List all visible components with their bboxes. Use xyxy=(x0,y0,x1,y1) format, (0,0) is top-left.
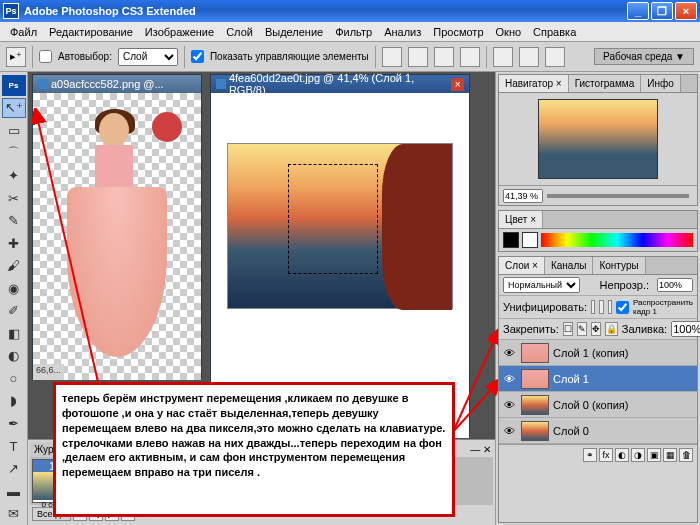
fg-swatch[interactable] xyxy=(503,232,519,248)
auto-select-label: Автовыбор: xyxy=(58,51,112,62)
nav-thumbnail[interactable] xyxy=(538,99,658,179)
eye-icon[interactable]: 👁 xyxy=(501,345,517,361)
mask-icon[interactable]: ◐ xyxy=(615,448,629,462)
wand-tool[interactable]: ✦ xyxy=(2,165,26,186)
layers-panel: Слои × Каналы Контуры Нормальный Непрозр… xyxy=(498,256,698,523)
eraser-tool[interactable]: ◧ xyxy=(2,323,26,344)
shape-tool[interactable]: ▬ xyxy=(2,481,26,502)
notes-tool[interactable]: ✉ xyxy=(2,503,26,524)
lasso-tool[interactable]: ⌒ xyxy=(2,143,26,164)
type-tool[interactable]: T xyxy=(2,436,26,457)
unify-icon[interactable] xyxy=(599,300,603,314)
minimize-button[interactable]: _ xyxy=(627,2,649,20)
doc-icon xyxy=(38,79,48,89)
layer-item[interactable]: 👁Слой 1 (копия) xyxy=(499,340,697,366)
tab-histogram[interactable]: Гистограмма xyxy=(569,75,642,92)
adjust-icon[interactable]: ◑ xyxy=(631,448,645,462)
distribute-icon[interactable] xyxy=(545,47,565,67)
crop-tool[interactable]: ✂ xyxy=(2,188,26,209)
tab-layers[interactable]: Слои × xyxy=(499,257,545,274)
bg-swatch[interactable] xyxy=(522,232,538,248)
fill-input[interactable] xyxy=(671,321,700,337)
doc2-close-icon[interactable]: × xyxy=(451,78,464,91)
zoom-input[interactable] xyxy=(503,189,543,203)
menu-analysis[interactable]: Анализ xyxy=(378,24,427,40)
lock-pos-icon[interactable]: ✥ xyxy=(591,322,601,336)
layer-item[interactable]: 👁Слой 1 xyxy=(499,366,697,392)
propagate-checkbox[interactable] xyxy=(616,301,629,314)
menu-edit[interactable]: Редактирование xyxy=(43,24,139,40)
doc1-titlebar[interactable]: a09acfccc582.png @... xyxy=(33,75,201,93)
distribute-icon[interactable] xyxy=(519,47,539,67)
pen-tool[interactable]: ✒ xyxy=(2,413,26,434)
fx-icon[interactable]: fx xyxy=(599,448,613,462)
group-icon[interactable]: ▣ xyxy=(647,448,661,462)
eye-icon[interactable]: 👁 xyxy=(501,397,517,413)
heal-tool[interactable]: ✚ xyxy=(2,233,26,254)
layer-item[interactable]: 👁Слой 0 xyxy=(499,418,697,444)
panels: Навигатор × Гистограмма Инфо Цвет × Слои… xyxy=(495,72,700,525)
distribute-icon[interactable] xyxy=(493,47,513,67)
color-ramp[interactable] xyxy=(541,233,693,247)
auto-select-checkbox[interactable] xyxy=(39,50,52,63)
show-controls-checkbox[interactable] xyxy=(191,50,204,63)
history-tool[interactable]: ✐ xyxy=(2,300,26,321)
lock-all-icon[interactable]: 🔒 xyxy=(605,322,618,336)
menu-file[interactable]: Файл xyxy=(4,24,43,40)
gradient-tool[interactable]: ◐ xyxy=(2,346,26,367)
layer-thumb xyxy=(521,369,549,389)
lock-pixel-icon[interactable]: ✎ xyxy=(577,322,587,336)
menu-window[interactable]: Окно xyxy=(490,24,528,40)
path-tool[interactable]: ↗ xyxy=(2,458,26,479)
eye-icon[interactable]: 👁 xyxy=(501,371,517,387)
align-icon[interactable] xyxy=(434,47,454,67)
stamp-tool[interactable]: ◉ xyxy=(2,278,26,299)
opacity-label: Непрозр.: xyxy=(600,279,649,291)
tab-info[interactable]: Инфо xyxy=(641,75,681,92)
tab-color[interactable]: Цвет × xyxy=(499,211,543,228)
trash-icon[interactable]: 🗑 xyxy=(679,448,693,462)
slice-tool[interactable]: ✎ xyxy=(2,210,26,231)
document-1[interactable]: a09acfccc582.png @... 66,6... xyxy=(32,74,202,379)
transform-bounds[interactable] xyxy=(288,164,378,274)
maximize-button[interactable]: ❐ xyxy=(651,2,673,20)
doc2-titlebar[interactable]: 4fea60dd2ae0t.jpg @ 41,4% (Слой 1, RGB/8… xyxy=(211,75,469,93)
tab-channels[interactable]: Каналы xyxy=(545,257,594,274)
opacity-input[interactable] xyxy=(657,278,693,292)
blur-tool[interactable]: ○ xyxy=(2,368,26,389)
close-button[interactable]: × xyxy=(675,2,697,20)
blend-mode[interactable]: Нормальный xyxy=(503,277,580,293)
eye-icon[interactable]: 👁 xyxy=(501,423,517,439)
color-panel: Цвет × xyxy=(498,210,698,252)
tool-preset-icon[interactable]: ▸⁺ xyxy=(6,47,26,67)
doc1-title: a09acfccc582.png @... xyxy=(51,78,164,90)
menu-view[interactable]: Просмотр xyxy=(427,24,489,40)
tab-paths[interactable]: Контуры xyxy=(593,257,645,274)
move-tool[interactable]: ↖⁺ xyxy=(2,98,26,119)
link-icon[interactable]: ⚭ xyxy=(583,448,597,462)
align-icon[interactable] xyxy=(382,47,402,67)
layer-item[interactable]: 👁Слой 0 (копия) xyxy=(499,392,697,418)
new-layer-icon[interactable]: ▦ xyxy=(663,448,677,462)
dodge-tool[interactable]: ◗ xyxy=(2,391,26,412)
doc1-canvas[interactable]: 66,6... xyxy=(33,93,201,380)
menu-image[interactable]: Изображение xyxy=(139,24,220,40)
menu-filter[interactable]: Фильтр xyxy=(329,24,378,40)
girl-image xyxy=(57,107,177,367)
lock-trans-icon[interactable]: ☐ xyxy=(563,322,573,336)
layer-thumb xyxy=(521,343,549,363)
align-icon[interactable] xyxy=(408,47,428,67)
auto-select-dropdown[interactable]: Слой xyxy=(118,48,178,66)
menu-select[interactable]: Выделение xyxy=(259,24,329,40)
tab-navigator[interactable]: Навигатор × xyxy=(499,75,569,92)
menubar: Файл Редактирование Изображение Слой Выд… xyxy=(0,22,700,42)
unify-icon[interactable] xyxy=(608,300,612,314)
menu-layer[interactable]: Слой xyxy=(220,24,259,40)
unify-icon[interactable] xyxy=(591,300,595,314)
marquee-tool[interactable]: ▭ xyxy=(2,120,26,141)
zoom-slider[interactable] xyxy=(547,194,689,198)
brush-tool[interactable]: 🖌 xyxy=(2,255,26,276)
menu-help[interactable]: Справка xyxy=(527,24,582,40)
align-icon[interactable] xyxy=(460,47,480,67)
workspace-menu[interactable]: Рабочая среда ▼ xyxy=(594,48,694,65)
